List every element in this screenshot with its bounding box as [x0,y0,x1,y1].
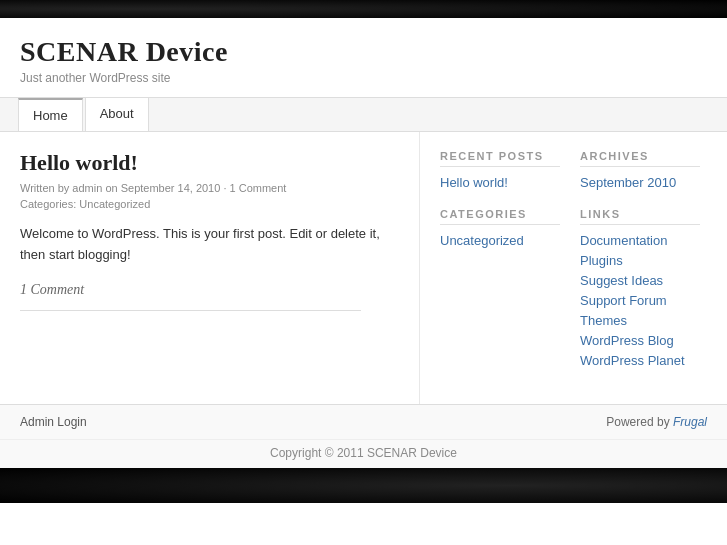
categories-title: CATEGORIES [440,208,560,225]
admin-login-link[interactable]: Admin Login [20,415,87,429]
post-meta: Written by admin on September 14, 2010 ·… [20,182,399,194]
powered-by-label: Powered by [606,415,669,429]
main-content: Hello world! Written by admin on Septemb… [0,132,420,404]
footer-copyright: Copyright © 2011 SCENAR Device [0,439,727,468]
footer-admin: Admin Login [20,415,87,429]
recent-posts-title: RECENT POSTS [440,150,560,167]
category-link-0[interactable]: Uncategorized [440,233,560,248]
post-categories: Categories: Uncategorized [20,198,399,210]
archives-section: ARCHIVES September 2010 [580,150,700,190]
site-navigation: Home About [0,98,727,132]
sidebar-left-col: RECENT POSTS Hello world! CATEGORIES Unc… [440,150,560,386]
site-tagline: Just another WordPress site [20,71,707,85]
comments-link[interactable]: 1 Comment [20,282,399,298]
nav-about[interactable]: About [85,98,149,131]
link-2[interactable]: Suggest Ideas [580,273,700,288]
links-title: LINKS [580,208,700,225]
archive-link-0[interactable]: September 2010 [580,175,700,190]
link-0[interactable]: Documentation [580,233,700,248]
copyright-text: Copyright © 2011 SCENAR Device [270,446,457,460]
top-decorative-bar [0,0,727,18]
categories-label: Categories: [20,198,76,210]
post-content: Welcome to WordPress. This is your first… [20,224,399,266]
links-section: LINKS Documentation Plugins Suggest Idea… [580,208,700,368]
theme-name: Frugal [673,415,707,429]
bottom-decorative-bar [0,468,727,503]
recent-posts-section: RECENT POSTS Hello world! [440,150,560,190]
site-body: Hello world! Written by admin on Septemb… [0,132,727,404]
post-divider [20,310,361,311]
site-footer: Admin Login Powered by Frugal [0,404,727,439]
site-title: SCENAR Device [20,36,707,68]
link-6[interactable]: WordPress Planet [580,353,700,368]
link-5[interactable]: WordPress Blog [580,333,700,348]
link-3[interactable]: Support Forum [580,293,700,308]
archives-title: ARCHIVES [580,150,700,167]
link-1[interactable]: Plugins [580,253,700,268]
sidebar-right-col: ARCHIVES September 2010 LINKS Documentat… [580,150,700,386]
nav-home[interactable]: Home [18,98,83,131]
categories-section: CATEGORIES Uncategorized [440,208,560,248]
post-title: Hello world! [20,150,399,176]
link-4[interactable]: Themes [580,313,700,328]
post-category-link[interactable]: Uncategorized [79,198,150,210]
sidebar: RECENT POSTS Hello world! CATEGORIES Unc… [420,132,720,404]
footer-powered: Powered by Frugal [606,415,707,429]
recent-post-link-0[interactable]: Hello world! [440,175,560,190]
site-header: SCENAR Device Just another WordPress sit… [0,18,727,98]
